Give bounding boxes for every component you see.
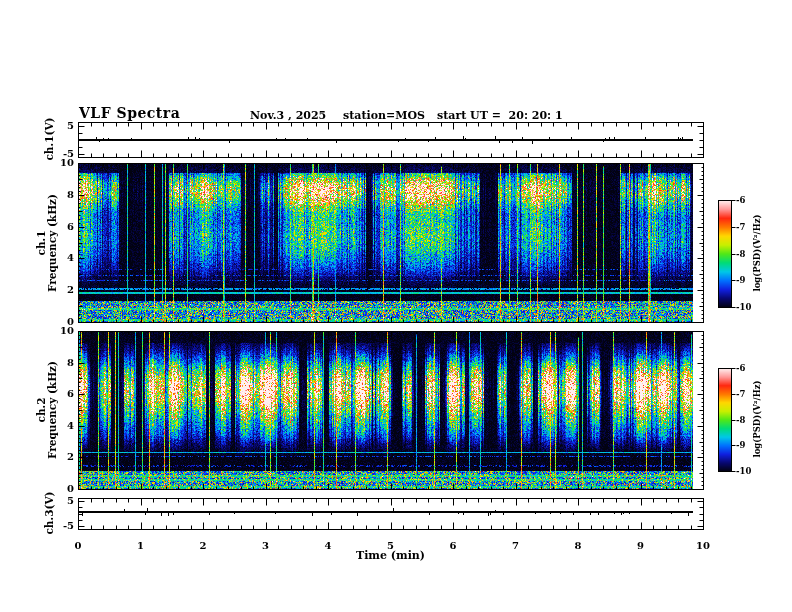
time-tick-label: 0 [66,540,90,552]
volt-tick-label-ch1: 5 [50,120,74,132]
colorbar1-tick-label: -6 [736,195,745,205]
colorbar2-axis-label: log(PSD)(V²/Hz) [753,380,762,457]
ch2-frequency-axis-label: ch.2 Frequency (kHz) [36,361,58,459]
freq-tick-label-ch1: 8 [50,189,74,201]
colorbar1-axis-label: log(PSD)(V²/Hz) [753,214,762,291]
freq-tick-label-ch2: 8 [50,357,74,369]
time-tick-label: 8 [566,540,590,552]
colorbar2-tick-label: -10 [736,466,751,476]
time-tick-label: 7 [504,540,528,552]
time-tick-label: 6 [441,540,465,552]
colorbar1-tick-label: -9 [736,275,745,285]
spectra-plot-canvas [0,0,792,612]
colorbar1-tick-label: -10 [736,302,751,312]
freq-tick-label-ch1: 6 [50,221,74,233]
ch2-frequency-axis-unit: Frequency (kHz) [47,361,58,459]
freq-tick-label-ch2: 6 [50,388,74,400]
volt-tick-label-ch3: 5 [50,495,74,507]
time-tick-label: 2 [191,540,215,552]
time-tick-label: 3 [254,540,278,552]
volt-tick-label-ch1: -5 [50,148,74,160]
freq-tick-label-ch2: 10 [50,325,74,337]
colorbar2-tick-label: -9 [736,440,745,450]
freq-tick-label-ch1: 4 [50,252,74,264]
header-start-ut: start UT = 20: 20: 1 [437,109,563,122]
time-tick-label: 4 [316,540,340,552]
colorbar1-tick-label: -7 [736,222,745,232]
freq-tick-label-ch2: 4 [50,420,74,432]
colorbar2-tick-label: -6 [736,363,745,373]
colorbar2-tick-label: -8 [736,415,745,425]
time-tick-label: 10 [691,540,715,552]
time-tick-label: 5 [379,540,403,552]
ch1-frequency-axis-unit: Frequency (kHz) [47,194,58,292]
ch1-frequency-axis-label: ch.1 Frequency (kHz) [36,194,58,292]
time-tick-label: 9 [629,540,653,552]
volt-tick-label-ch3: -5 [50,520,74,532]
freq-tick-label-ch2: 2 [50,451,74,463]
header-station: station=MOS [343,109,425,122]
time-tick-label: 1 [129,540,153,552]
colorbar1-tick-label: -8 [736,249,745,259]
colorbar2-tick-label: -7 [736,389,745,399]
freq-tick-label-ch2: 0 [50,483,74,495]
header-date: Nov.3 , 2025 [250,109,326,122]
freq-tick-label-ch1: 2 [50,284,74,296]
vlf-spectra-page: VLF Spectra Nov.3 , 2025 station=MOS sta… [0,0,792,612]
plot-title: VLF Spectra [79,105,180,121]
